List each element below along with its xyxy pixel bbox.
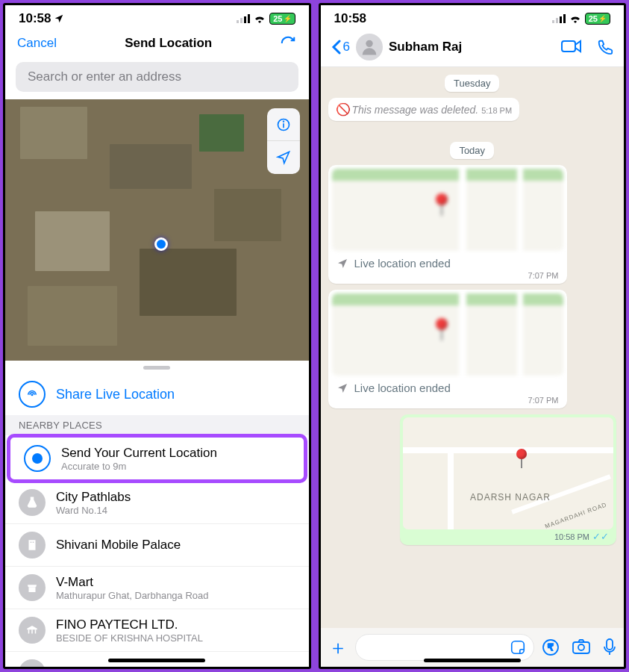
status-time: 10:58 <box>334 11 366 26</box>
status-time: 10:58 <box>19 11 51 26</box>
outgoing-location-card[interactable]: ADARSH NAGAR MAGARDAHI ROAD 10:58 PM ✓✓ <box>400 414 616 545</box>
phone-chat: 10:58 25⚡ 6 Subham Raj Tuesday 🚫 This me… <box>319 3 627 669</box>
map-info-button[interactable] <box>267 108 300 141</box>
blocked-icon: 🚫 <box>336 102 351 116</box>
svg-rect-8 <box>29 540 36 550</box>
battery-indicator: 25⚡ <box>585 13 610 25</box>
live-location-ended-icon <box>337 382 348 394</box>
home-indicator[interactable] <box>424 659 521 662</box>
status-bar: 10:58 25⚡ <box>321 5 625 28</box>
location-services-icon <box>54 13 64 24</box>
live-location-ended-icon <box>337 258 348 270</box>
incoming-location-card[interactable]: Live location ended 7:07 PM <box>328 290 567 408</box>
page-title: Send Location <box>125 36 212 51</box>
video-call-button[interactable] <box>561 39 582 55</box>
date-chip: Tuesday <box>445 75 499 92</box>
svg-rect-27 <box>607 639 613 650</box>
svg-rect-18 <box>560 16 562 23</box>
map-recenter-button[interactable] <box>267 141 300 174</box>
svg-rect-12 <box>28 629 30 633</box>
live-location-icon <box>19 381 46 408</box>
satellite-map[interactable] <box>5 99 309 361</box>
home-indicator[interactable] <box>108 659 205 662</box>
restaurant-icon <box>19 659 46 669</box>
sticker-icon[interactable] <box>510 639 526 656</box>
location-preview-map <box>332 169 563 251</box>
svg-point-7 <box>31 394 33 396</box>
svg-point-6 <box>283 121 284 122</box>
svg-rect-21 <box>562 41 575 52</box>
svg-rect-17 <box>556 18 558 23</box>
location-preview-map <box>332 293 563 376</box>
svg-text:₹: ₹ <box>548 642 554 653</box>
nearby-place-row[interactable]: V-MartMathurapur Ghat, Darbhanga Road <box>5 567 309 609</box>
incoming-location-card[interactable]: Live location ended 7:07 PM <box>328 165 567 284</box>
svg-rect-19 <box>563 14 566 23</box>
search-placeholder: Search or enter an address <box>28 69 181 84</box>
wifi-icon <box>569 14 581 23</box>
search-input[interactable]: Search or enter an address <box>16 62 298 92</box>
cellular-signal-icon <box>552 14 566 23</box>
cancel-button[interactable]: Cancel <box>17 36 57 51</box>
wifi-icon <box>254 14 266 23</box>
location-sheet: Share Live Location NEARBY PLACES Send Y… <box>5 361 309 669</box>
message-input[interactable] <box>355 634 535 661</box>
sheet-grabber[interactable] <box>143 366 170 370</box>
map-pin-icon <box>436 318 448 340</box>
svg-rect-22 <box>512 641 525 654</box>
payment-icon[interactable]: ₹ <box>542 638 560 656</box>
status-bar: 10:58 25⚡ <box>5 5 309 28</box>
attach-button[interactable]: ＋ <box>328 635 348 661</box>
sent-location-map: ADARSH NAGAR MAGARDAHI ROAD <box>403 417 613 529</box>
contact-name[interactable]: Subham Raj <box>389 40 555 55</box>
date-chip: Today <box>450 142 494 159</box>
contact-avatar[interactable] <box>356 34 383 60</box>
nearby-place-row[interactable]: City PathlabsWard No.14 <box>5 482 309 524</box>
svg-rect-3 <box>248 14 250 23</box>
battery-indicator: 25⚡ <box>269 13 295 25</box>
lab-icon <box>19 489 46 516</box>
voice-call-button[interactable] <box>597 39 613 55</box>
read-receipt-icon: ✓✓ <box>592 531 609 542</box>
chat-body[interactable]: Tuesday 🚫 This message was deleted. 5:18… <box>321 67 625 628</box>
svg-rect-1 <box>240 18 242 23</box>
cellular-signal-icon <box>237 14 250 23</box>
svg-rect-0 <box>237 20 239 23</box>
svg-point-26 <box>578 644 584 650</box>
send-location-header: Cancel Send Location <box>5 28 309 59</box>
camera-icon[interactable] <box>572 638 591 656</box>
svg-rect-10 <box>33 542 34 544</box>
shop-icon <box>19 574 46 601</box>
svg-rect-9 <box>31 542 32 544</box>
refresh-button[interactable] <box>280 35 296 52</box>
highlight-current-location: Send Your Current Location Accurate to 9… <box>7 434 307 483</box>
deleted-message-bubble[interactable]: 🚫 This message was deleted. 5:18 PM <box>328 98 520 121</box>
back-button[interactable]: 6 <box>331 40 350 55</box>
bank-icon <box>19 617 46 644</box>
share-live-location-button[interactable]: Share Live Location <box>5 375 309 415</box>
map-pin-icon <box>516 449 527 468</box>
chat-header: 6 Subham Raj <box>321 28 625 67</box>
svg-rect-14 <box>35 629 37 633</box>
map-controls <box>267 108 300 174</box>
svg-rect-2 <box>244 16 246 23</box>
map-pin-icon <box>436 193 448 216</box>
svg-rect-11 <box>29 587 36 592</box>
current-location-icon <box>24 445 51 472</box>
svg-point-20 <box>366 40 372 47</box>
svg-rect-13 <box>31 629 33 633</box>
nearby-place-row[interactable]: Shivani Mobile Palace <box>5 524 309 567</box>
current-location-dot <box>154 237 168 251</box>
building-icon <box>19 532 46 559</box>
nearby-places-header: NEARBY PLACES <box>5 415 309 435</box>
phone-send-location: 10:58 25⚡ Cancel Send Location Search or… <box>3 3 311 669</box>
svg-rect-16 <box>552 20 554 23</box>
microphone-icon[interactable] <box>603 638 616 656</box>
nearby-place-row[interactable]: FINO PAYTECH LTD.BESIDE OF KRISHNA HOSPI… <box>5 609 309 652</box>
send-current-location-button[interactable]: Send Your Current Location Accurate to 9… <box>10 438 304 479</box>
